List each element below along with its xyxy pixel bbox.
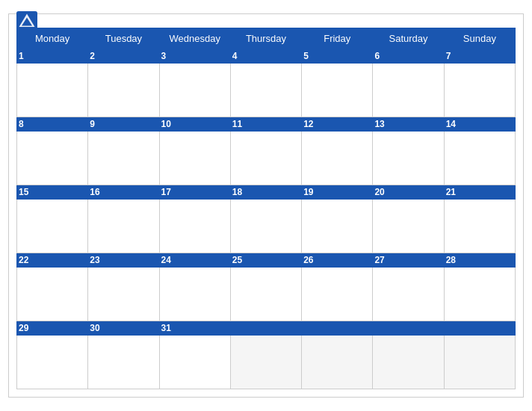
day-number-header-9: 9 bbox=[90, 119, 157, 129]
day-cell-3-6 bbox=[444, 268, 515, 321]
week-header-row-4: 293031 bbox=[17, 321, 516, 336]
calendar-table: MondayTuesdayWednesdayThursdayFridaySatu… bbox=[16, 28, 516, 389]
day-number-header-17: 17 bbox=[161, 187, 229, 197]
week-header-cell-1-3: 11 bbox=[230, 117, 301, 132]
day-cell-2-2 bbox=[159, 200, 230, 253]
logo-area bbox=[16, 11, 40, 32]
day-number-header-4: 4 bbox=[232, 51, 300, 61]
week-header-row-3: 22232425262728 bbox=[17, 253, 516, 268]
week-header-cell-4-5 bbox=[373, 321, 444, 336]
week-header-cell-2-1: 16 bbox=[88, 185, 159, 200]
week-header-cell-4-0: 29 bbox=[17, 321, 88, 336]
day-cell-1-2 bbox=[159, 132, 230, 185]
day-number-header-12: 12 bbox=[303, 119, 371, 129]
week-content-row-2 bbox=[17, 200, 516, 253]
day-number-header-7: 7 bbox=[446, 51, 513, 61]
day-cell-3-1 bbox=[88, 268, 159, 321]
weekday-header-row: MondayTuesdayWednesdayThursdayFridaySatu… bbox=[17, 28, 516, 49]
week-header-cell-1-2: 10 bbox=[159, 117, 230, 132]
day-number-header-19: 19 bbox=[303, 187, 371, 197]
day-number-header-11: 11 bbox=[232, 119, 300, 129]
weekday-header-thursday: Thursday bbox=[230, 28, 301, 49]
day-number-header-18: 18 bbox=[232, 187, 300, 197]
day-number-header-6: 6 bbox=[374, 51, 442, 61]
day-number-header-13: 13 bbox=[374, 119, 442, 129]
day-number-header-15: 15 bbox=[19, 187, 86, 197]
week-header-cell-2-5: 20 bbox=[373, 185, 444, 200]
week-header-cell-2-6: 21 bbox=[444, 185, 515, 200]
day-cell-2-4 bbox=[302, 200, 373, 253]
day-cell-4-1 bbox=[88, 336, 159, 389]
day-cell-0-0 bbox=[17, 64, 88, 117]
day-cell-0-4 bbox=[302, 64, 373, 117]
weekday-header-friday: Friday bbox=[302, 28, 373, 49]
day-number-header-22: 22 bbox=[19, 255, 86, 265]
week-content-row-0 bbox=[17, 64, 516, 117]
day-cell-4-2 bbox=[159, 336, 230, 389]
week-header-cell-4-1: 30 bbox=[88, 321, 159, 336]
day-number-header-20: 20 bbox=[374, 187, 442, 197]
day-cell-4-4 bbox=[302, 336, 373, 389]
week-content-row-1 bbox=[17, 132, 516, 185]
week-header-cell-3-3: 25 bbox=[230, 253, 301, 268]
day-cell-2-1 bbox=[88, 200, 159, 253]
day-number-header-8: 8 bbox=[19, 119, 86, 129]
week-content-row-4 bbox=[17, 336, 516, 389]
week-header-cell-3-1: 23 bbox=[88, 253, 159, 268]
day-cell-1-6 bbox=[444, 132, 515, 185]
week-header-cell-0-1: 2 bbox=[88, 49, 159, 64]
week-header-cell-1-0: 8 bbox=[17, 117, 88, 132]
week-header-cell-3-0: 22 bbox=[17, 253, 88, 268]
day-cell-0-3 bbox=[230, 64, 301, 117]
day-cell-4-5 bbox=[373, 336, 444, 389]
day-number-header-29: 29 bbox=[19, 323, 86, 333]
week-header-cell-2-2: 17 bbox=[159, 185, 230, 200]
week-header-cell-2-4: 19 bbox=[302, 185, 373, 200]
day-cell-1-0 bbox=[17, 132, 88, 185]
day-cell-2-3 bbox=[230, 200, 301, 253]
day-number-header-16: 16 bbox=[90, 187, 157, 197]
week-header-cell-4-6 bbox=[444, 321, 515, 336]
week-header-cell-1-4: 12 bbox=[302, 117, 373, 132]
weekday-header-saturday: Saturday bbox=[373, 28, 444, 49]
week-header-cell-3-6: 28 bbox=[444, 253, 515, 268]
day-cell-1-1 bbox=[88, 132, 159, 185]
day-number-header-25: 25 bbox=[232, 255, 300, 265]
day-cell-0-1 bbox=[88, 64, 159, 117]
week-header-cell-2-3: 18 bbox=[230, 185, 301, 200]
week-header-cell-0-2: 3 bbox=[159, 49, 230, 64]
day-cell-4-3 bbox=[230, 336, 301, 389]
week-header-cell-4-3 bbox=[230, 321, 301, 336]
weekday-header-sunday: Sunday bbox=[444, 28, 515, 49]
week-header-cell-0-3: 4 bbox=[230, 49, 301, 64]
week-header-cell-3-5: 27 bbox=[373, 253, 444, 268]
day-cell-3-3 bbox=[230, 268, 301, 321]
day-number-header-2: 2 bbox=[90, 51, 157, 61]
week-header-cell-4-2: 31 bbox=[159, 321, 230, 336]
day-cell-3-0 bbox=[17, 268, 88, 321]
week-header-cell-1-5: 13 bbox=[373, 117, 444, 132]
week-header-cell-1-1: 9 bbox=[88, 117, 159, 132]
day-cell-2-5 bbox=[373, 200, 444, 253]
day-number-header-26: 26 bbox=[303, 255, 371, 265]
day-cell-3-4 bbox=[302, 268, 373, 321]
day-number-header-24: 24 bbox=[161, 255, 229, 265]
day-cell-3-2 bbox=[159, 268, 230, 321]
day-cell-1-5 bbox=[373, 132, 444, 185]
week-header-cell-1-6: 14 bbox=[444, 117, 515, 132]
day-cell-2-0 bbox=[17, 200, 88, 253]
day-cell-4-0 bbox=[17, 336, 88, 389]
day-cell-0-2 bbox=[159, 64, 230, 117]
day-cell-0-5 bbox=[373, 64, 444, 117]
day-cell-0-6 bbox=[444, 64, 515, 117]
week-header-row-2: 15161718192021 bbox=[17, 185, 516, 200]
week-header-cell-2-0: 15 bbox=[17, 185, 88, 200]
week-header-cell-4-4 bbox=[302, 321, 373, 336]
day-number-header-21: 21 bbox=[446, 187, 513, 197]
weekday-header-wednesday: Wednesday bbox=[159, 28, 230, 49]
day-number-header-5: 5 bbox=[303, 51, 371, 61]
day-cell-3-5 bbox=[373, 268, 444, 321]
day-cell-4-6 bbox=[444, 336, 515, 389]
day-cell-1-4 bbox=[302, 132, 373, 185]
day-number-header-28: 28 bbox=[446, 255, 513, 265]
